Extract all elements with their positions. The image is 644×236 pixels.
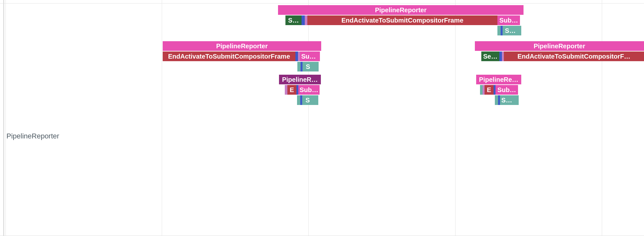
slice-endactivate[interactable]: EndActivateToSubmitCompositorFrame xyxy=(307,15,497,25)
slice-tiny-teal[interactable] xyxy=(297,62,301,71)
slice-e[interactable]: E xyxy=(287,85,296,95)
slice-e[interactable]: E xyxy=(485,85,494,95)
slice-s[interactable]: S… xyxy=(500,95,514,105)
slice-pipelinereporter[interactable]: PipelineReporter xyxy=(163,41,321,51)
slice-se[interactable]: Se… xyxy=(481,52,499,61)
slice-tiny-teal[interactable] xyxy=(297,95,300,105)
slice-pipelinereporter[interactable]: PipelineReporter xyxy=(475,41,644,51)
slice-sub[interactable]: Sub… xyxy=(300,52,320,61)
slice-pipelinereporter[interactable]: PipelineRe… xyxy=(476,75,521,84)
slice-tiny-teal[interactable] xyxy=(313,95,318,105)
slice-pipelinereporter-selected[interactable]: PipelineR… xyxy=(279,75,321,84)
slice-tiny-teal[interactable] xyxy=(518,26,521,35)
slice-tiny-teal[interactable] xyxy=(313,62,319,71)
slice-sub[interactable]: Sub… xyxy=(495,85,518,95)
slice-tiny-teal[interactable] xyxy=(497,26,501,35)
slice-sub[interactable]: Sub… xyxy=(497,15,520,25)
slice-tiny-orchid[interactable] xyxy=(285,85,287,95)
slice-tiny-teal[interactable] xyxy=(480,85,483,95)
slice-endactivate[interactable]: EndActivateToSubmitCompositorFrame xyxy=(163,52,295,61)
slice-endactivate[interactable]: EndActivateToSubmitCompositorF… xyxy=(504,52,644,61)
slice-tiny-orchid[interactable] xyxy=(305,15,307,25)
slice-s[interactable]: S… xyxy=(503,26,518,35)
slice-tiny-teal[interactable] xyxy=(514,95,519,105)
slice-tiny-blue[interactable] xyxy=(499,52,502,61)
slice-tiny-blue[interactable] xyxy=(295,52,298,61)
slice-s[interactable]: S… xyxy=(285,15,302,25)
slice-s[interactable]: S xyxy=(303,62,313,71)
slice-s[interactable]: S xyxy=(302,95,313,105)
slice-sub[interactable]: Sub… xyxy=(298,85,320,95)
slice-tiny-blue[interactable] xyxy=(302,15,305,25)
row-label-pipelinereporter: PipelineReporter xyxy=(6,132,59,140)
slice-tiny-teal[interactable] xyxy=(495,95,498,105)
slice-pipelinereporter[interactable]: PipelineReporter xyxy=(278,5,524,15)
